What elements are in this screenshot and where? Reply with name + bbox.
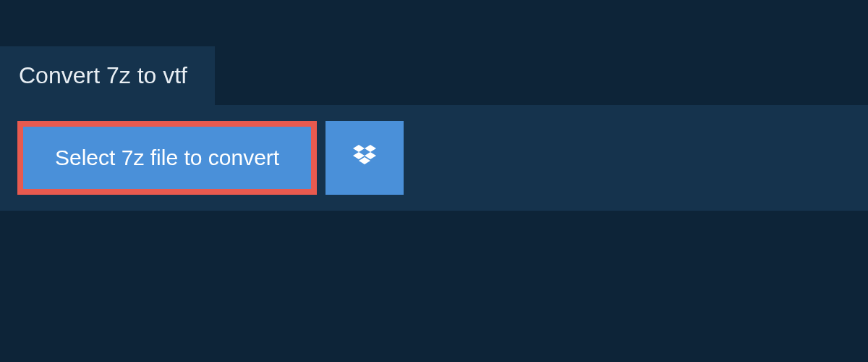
dropbox-icon [350,142,379,174]
dropbox-button[interactable] [326,121,404,195]
convert-panel: Select 7z file to convert [0,105,868,211]
tab-convert[interactable]: Convert 7z to vtf [0,46,215,105]
button-row: Select 7z file to convert [17,121,851,195]
select-file-button[interactable]: Select 7z file to convert [17,121,317,195]
select-file-label: Select 7z file to convert [55,146,279,170]
tab-label: Convert 7z to vtf [19,62,187,88]
